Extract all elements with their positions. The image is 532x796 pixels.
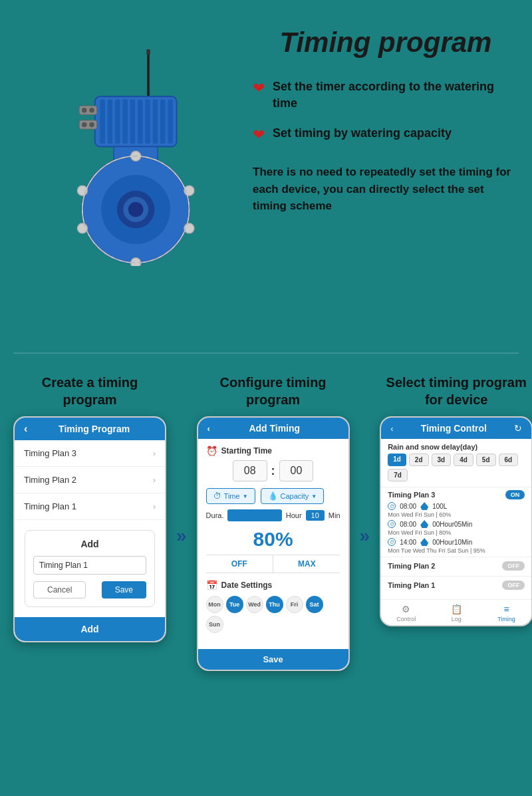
device-image bbox=[13, 40, 239, 266]
refresh-icon[interactable]: ↻ bbox=[514, 423, 522, 434]
steps-row: Create a timing program ‹ Timing Program… bbox=[13, 374, 519, 671]
filter-6d[interactable]: 6d bbox=[499, 454, 519, 466]
phone-screen-2: ‹ Add Timing ⏰ Starting Time 08 : 00 bbox=[197, 416, 350, 671]
svg-rect-6 bbox=[122, 100, 128, 144]
clock-icon-d1: ⏱ bbox=[388, 502, 396, 510]
screen2-title: Add Timing bbox=[210, 423, 339, 434]
step-3-title: Select timing program for device bbox=[380, 374, 532, 408]
minute-input[interactable]: 00 bbox=[279, 460, 314, 481]
heart-icon-2: ❤ bbox=[253, 126, 265, 144]
svg-rect-12 bbox=[168, 100, 173, 144]
day-wed[interactable]: Wed bbox=[246, 596, 263, 613]
hour-input[interactable]: 08 bbox=[233, 460, 267, 481]
svg-rect-11 bbox=[160, 100, 166, 144]
arrow-2: » bbox=[360, 525, 370, 547]
description-text: There is no need to repeatedly set the t… bbox=[253, 164, 519, 215]
section-divider bbox=[13, 352, 519, 354]
day-sat[interactable]: Sat bbox=[306, 596, 323, 613]
dura-label: Dura. bbox=[206, 511, 224, 519]
arrow-1: » bbox=[176, 525, 187, 547]
control-icon: ⚙ bbox=[402, 604, 410, 614]
day-sun-label: Sun bbox=[209, 621, 220, 628]
off-max-row: OFF MAX bbox=[206, 555, 340, 573]
off-button[interactable]: OFF bbox=[206, 555, 274, 573]
plan-1-toggle[interactable]: OFF bbox=[502, 581, 525, 590]
cancel-button[interactable]: Cancel bbox=[33, 581, 86, 598]
day-sun[interactable]: Sun bbox=[206, 616, 223, 633]
filter-7d[interactable]: 7d bbox=[388, 469, 408, 481]
day-tue-label: Tue bbox=[229, 601, 239, 608]
drop-icon-d2 bbox=[420, 520, 428, 528]
dropdown-arrow-2: ▼ bbox=[311, 493, 317, 499]
svg-rect-10 bbox=[153, 100, 158, 144]
date-settings-text: Date Settings bbox=[221, 581, 273, 590]
list-item-text: Timing Plan 3 bbox=[24, 448, 76, 458]
heart-icon-1: ❤ bbox=[253, 80, 265, 97]
filter-5d[interactable]: 5d bbox=[476, 454, 496, 466]
min-label: Min bbox=[329, 511, 340, 519]
top-section: Timing program ❤ Set the timer according… bbox=[0, 0, 532, 346]
feature-2: ❤ Set timing by watering capacity bbox=[253, 125, 519, 144]
valve-device-svg bbox=[27, 40, 226, 266]
back-arrow-1[interactable]: ‹ bbox=[24, 423, 27, 435]
feature-1: ❤ Set the timer according to the waterin… bbox=[253, 78, 519, 112]
step-1: Create a timing program ‹ Timing Program… bbox=[13, 374, 166, 671]
max-button[interactable]: MAX bbox=[273, 555, 340, 573]
timing-icon: ≡ bbox=[503, 604, 509, 614]
capacity-mode-label: Capacity bbox=[281, 492, 309, 500]
nav-control[interactable]: ⚙ Control bbox=[381, 604, 431, 622]
filter-4d[interactable]: 4d bbox=[454, 454, 473, 466]
svg-point-18 bbox=[89, 122, 94, 128]
drop-icon-d3 bbox=[420, 538, 428, 546]
screen2-header: ‹ Add Timing bbox=[198, 418, 348, 439]
list-item[interactable]: Timing Plan 2 › bbox=[15, 467, 165, 493]
hour-label: Hour bbox=[286, 511, 302, 519]
svg-rect-1 bbox=[146, 49, 150, 55]
day-mon[interactable]: Mon bbox=[206, 596, 223, 613]
add-bottom-button[interactable]: Add bbox=[15, 617, 165, 641]
step-2: Configure timing program ‹ Add Timing ⏰ … bbox=[197, 374, 350, 671]
detail-1-value: 100L bbox=[432, 503, 447, 510]
feature-1-text: Set the timer according to the watering … bbox=[273, 78, 519, 112]
screen1-list: Timing Plan 3 › Timing Plan 2 › Timing P… bbox=[15, 440, 165, 520]
day-fri[interactable]: Fri bbox=[286, 596, 303, 613]
screen2-save-button[interactable]: Save bbox=[198, 649, 348, 670]
day-thu[interactable]: Thu bbox=[266, 596, 283, 613]
svg-point-14 bbox=[82, 108, 87, 113]
filter-3d[interactable]: 3d bbox=[432, 454, 452, 466]
date-settings-label: 📅 Date Settings bbox=[206, 580, 340, 591]
timing-plan-input[interactable] bbox=[33, 556, 146, 575]
day-filter-row: 1d 2d 3d 4d 5d 6d 7d bbox=[381, 454, 531, 487]
forward-arrow-icon-1: » bbox=[176, 525, 187, 547]
plan-1-name: Timing Plan 1 bbox=[388, 581, 435, 589]
plan-3-toggle[interactable]: ON bbox=[505, 490, 525, 499]
capacity-mode-button[interactable]: 💧 Capacity ▼ bbox=[261, 488, 325, 504]
list-item[interactable]: Timing Plan 3 › bbox=[15, 440, 165, 467]
time-mode-button[interactable]: ⏱ Time ▼ bbox=[206, 488, 255, 504]
filter-2d[interactable]: 2d bbox=[409, 454, 429, 466]
day-tue[interactable]: Tue bbox=[226, 596, 243, 613]
nav-timing[interactable]: ≡ Timing bbox=[481, 604, 531, 622]
save-button[interactable]: Save bbox=[102, 581, 146, 598]
screen3-title: Timing Control bbox=[394, 423, 515, 434]
plan-3-detail-1: ⏱ 08:00 100L bbox=[388, 502, 525, 510]
plan-3-days-1: Mon Wed Fri Sun | 60% bbox=[388, 511, 525, 518]
svg-point-17 bbox=[82, 122, 87, 128]
filter-1d[interactable]: 1d bbox=[388, 454, 406, 466]
btn-row: Cancel Save bbox=[33, 581, 146, 598]
mode-row: ⏱ Time ▼ 💧 Capacity ▼ bbox=[206, 488, 340, 504]
chevron-icon-3: › bbox=[153, 502, 156, 511]
calendar-icon: 📅 bbox=[206, 580, 217, 591]
time-mode-label: Time bbox=[224, 492, 240, 500]
duration-row: Dura. Hour 10 Min bbox=[206, 509, 340, 521]
add-dialog: Add Cancel Save bbox=[25, 530, 155, 607]
nav-log[interactable]: 📋 Log bbox=[431, 604, 481, 622]
plan-3-section: Timing Plan 3 ON ⏱ 08:00 100L Mon Wed Fr… bbox=[381, 487, 531, 557]
screen1-title: Timing Program bbox=[33, 424, 156, 434]
plan-2-toggle[interactable]: OFF bbox=[502, 561, 525, 571]
list-item[interactable]: Timing Plan 1 › bbox=[15, 493, 165, 520]
plan-3-days-2: Mon Wed Fri Sun | 80% bbox=[388, 529, 525, 536]
screen2-body: ⏰ Starting Time 08 : 00 ⏱ Time ▼ bbox=[198, 439, 348, 646]
plan-3-detail-2: ⏱ 08:00 00Hour05Min bbox=[388, 520, 525, 528]
phone-screen-1: ‹ Timing Program Timing Plan 3 › Timing … bbox=[13, 416, 166, 642]
